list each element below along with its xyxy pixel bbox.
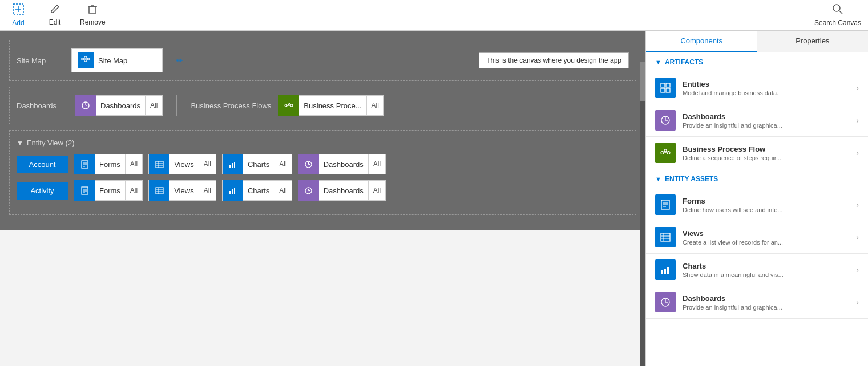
account-charts-all[interactable]: All <box>274 154 291 174</box>
svg-rect-52 <box>661 88 665 92</box>
artifacts-section-header[interactable]: ▼ ARTIFACTS <box>646 52 868 72</box>
svg-rect-31 <box>232 163 233 168</box>
panel-item-dashboards-artifact[interactable]: Dashboards Provide an insightful and gra… <box>646 104 868 137</box>
panel-tabs: Components Properties <box>646 31 868 52</box>
main-layout: Site Map <box>0 31 868 366</box>
add-label: Add <box>12 19 24 27</box>
dashboards-component-box[interactable]: Dashboards All <box>75 95 163 116</box>
entity-view-header[interactable]: ▼ Entity View (2) <box>17 139 629 147</box>
entity-view-arrow-icon: ▼ <box>17 139 23 147</box>
tab-properties[interactable]: Properties <box>757 31 869 52</box>
account-charts-icon <box>223 154 243 174</box>
account-entity-button[interactable]: Account <box>17 156 68 173</box>
dashboard-row: Dashboards Dashboards All <box>17 95 629 116</box>
bpf-component-box[interactable]: Business Proce... All <box>278 95 384 116</box>
activity-views-box[interactable]: Views All <box>148 180 216 201</box>
panel-item-entities[interactable]: Entities Model and manage business data.… <box>646 72 868 104</box>
svg-rect-50 <box>661 83 665 87</box>
svg-point-57 <box>661 152 664 154</box>
bpf-component-text: Business Proce... <box>299 101 366 110</box>
entities-arrow-icon: › <box>856 83 859 92</box>
activity-entity-button[interactable]: Activity <box>17 182 68 200</box>
activity-forms-box[interactable]: Forms All <box>74 180 143 201</box>
activity-charts-box[interactable]: Charts All <box>222 180 292 201</box>
account-dashboards-icon <box>298 154 319 174</box>
canvas-wrapper: Site Map <box>0 31 645 366</box>
add-button[interactable]: Add <box>7 3 30 27</box>
dashboards-artifact-icon <box>655 110 676 131</box>
entity-assets-section-header[interactable]: ▼ ENTITY ASSETS <box>646 169 868 189</box>
bpf-artifact-icon <box>655 143 676 163</box>
activity-charts-icon <box>223 180 243 201</box>
account-views-icon <box>149 154 169 174</box>
edit-button[interactable]: Edit <box>43 4 66 26</box>
activity-forms-text: Forms <box>95 186 125 195</box>
entities-text: Entities Model and manage business data. <box>683 80 849 96</box>
dashboards-artifact-desc: Provide an insightful and graphica... <box>683 122 849 129</box>
canvas-area[interactable]: Site Map <box>0 31 645 230</box>
svg-rect-44 <box>229 191 231 194</box>
bpf-artifact-desc: Define a sequence of steps requir... <box>683 154 849 161</box>
entities-icon <box>655 78 676 98</box>
account-dashboards-all[interactable]: All <box>368 154 385 174</box>
panel-item-bpf-artifact[interactable]: Business Process Flow Define a sequence … <box>646 137 868 169</box>
bpf-artifact-text: Business Process Flow Define a sequence … <box>683 145 849 161</box>
charts-asset-title: Charts <box>683 262 849 270</box>
panel-item-views[interactable]: Views Create a list view of records for … <box>646 221 868 254</box>
views-asset-text: Views Create a list view of records for … <box>683 229 849 246</box>
add-icon <box>13 3 24 18</box>
views-asset-title: Views <box>683 229 849 238</box>
activity-views-text: Views <box>169 186 198 195</box>
account-dashboards-text: Dashboards <box>319 160 368 169</box>
tab-components[interactable]: Components <box>646 31 757 52</box>
remove-button[interactable]: Remove <box>80 4 106 26</box>
dashboards-component-icon <box>75 95 96 116</box>
activity-dashboards-box[interactable]: Dashboards All <box>298 180 386 201</box>
dashboards-component-all[interactable]: All <box>145 96 162 115</box>
svg-point-19 <box>290 104 293 107</box>
svg-rect-71 <box>664 269 666 274</box>
entity-assets-label: ENTITY ASSETS <box>665 175 718 183</box>
bpf-divider <box>176 95 177 116</box>
svg-point-6 <box>833 5 840 11</box>
activity-forms-all[interactable]: All <box>125 181 142 200</box>
views-asset-arrow-icon: › <box>856 233 859 242</box>
svg-line-7 <box>839 11 842 14</box>
activity-dashboards-all[interactable]: All <box>368 181 385 200</box>
account-forms-box[interactable]: Forms All <box>74 154 143 174</box>
svg-rect-53 <box>666 88 670 92</box>
artifacts-label: ARTIFACTS <box>665 58 703 66</box>
activity-charts-all[interactable]: All <box>274 181 291 200</box>
svg-rect-8 <box>82 58 84 60</box>
dashboards-asset-arrow-icon: › <box>856 298 859 307</box>
dashboards-asset-desc: Provide an insightful and graphica... <box>683 304 849 311</box>
edit-icon <box>50 4 60 17</box>
bpf-artifact-arrow-icon: › <box>856 148 859 157</box>
search-icon <box>832 3 843 18</box>
search-canvas-button[interactable]: Search Canvas <box>814 3 861 27</box>
remove-label: Remove <box>80 18 106 26</box>
activity-dashboards-icon <box>298 180 319 201</box>
account-views-box[interactable]: Views All <box>148 154 216 174</box>
sitemap-section-label: Site Map <box>17 56 62 65</box>
account-forms-icon <box>74 154 95 174</box>
svg-point-60 <box>664 149 667 152</box>
sitemap-edit-icon[interactable]: ✏ <box>176 56 183 65</box>
account-dashboards-box[interactable]: Dashboards All <box>298 154 386 174</box>
activity-views-all[interactable]: All <box>199 181 216 200</box>
panel-item-forms[interactable]: Forms Define how users will see and inte… <box>646 189 868 221</box>
dashboards-artifact-arrow-icon: › <box>856 116 859 125</box>
sitemap-box[interactable]: Site Map <box>71 48 163 72</box>
svg-rect-26 <box>156 161 163 168</box>
panel-item-dashboards-asset[interactable]: Dashboards Provide an insightful and gra… <box>646 286 868 319</box>
charts-asset-text: Charts Show data in a meaningful and vis… <box>683 262 849 278</box>
sitemap-box-text: Site Map <box>98 56 127 65</box>
account-charts-box[interactable]: Charts All <box>222 154 292 174</box>
sitemap-icon <box>78 52 94 68</box>
account-forms-all[interactable]: All <box>125 154 142 174</box>
account-views-all[interactable]: All <box>199 154 216 174</box>
svg-rect-70 <box>661 270 663 274</box>
panel-item-charts[interactable]: Charts Show data in a meaningful and vis… <box>646 254 868 286</box>
dashboards-asset-text: Dashboards Provide an insightful and gra… <box>683 294 849 311</box>
bpf-component-all[interactable]: All <box>366 96 383 115</box>
